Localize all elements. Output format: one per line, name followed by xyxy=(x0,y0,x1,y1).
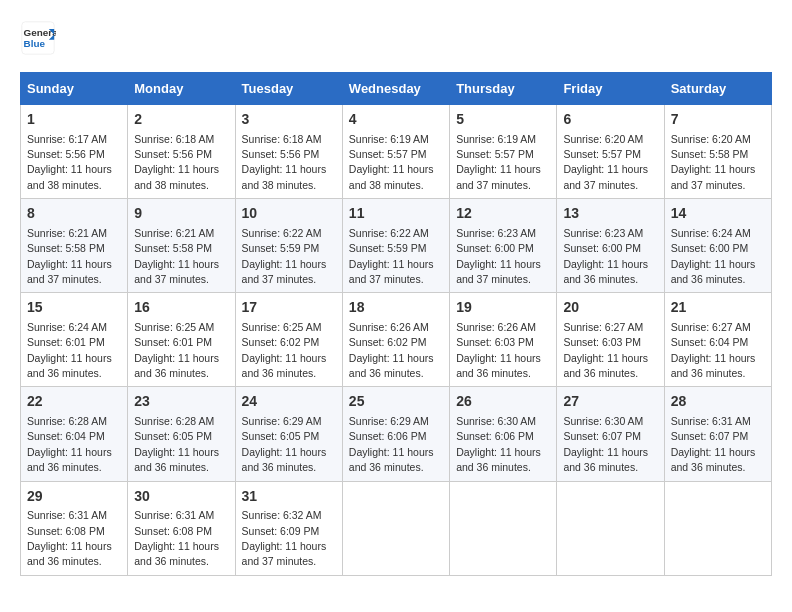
calendar-cell: 4Sunrise: 6:19 AMSunset: 5:57 PMDaylight… xyxy=(342,105,449,199)
calendar-cell: 14Sunrise: 6:24 AMSunset: 6:00 PMDayligh… xyxy=(664,199,771,293)
day-number: 23 xyxy=(134,392,228,412)
calendar-cell: 26Sunrise: 6:30 AMSunset: 6:06 PMDayligh… xyxy=(450,387,557,481)
day-detail: Sunrise: 6:29 AMSunset: 6:06 PMDaylight:… xyxy=(349,415,434,473)
calendar-cell: 15Sunrise: 6:24 AMSunset: 6:01 PMDayligh… xyxy=(21,293,128,387)
calendar-cell: 18Sunrise: 6:26 AMSunset: 6:02 PMDayligh… xyxy=(342,293,449,387)
col-header-monday: Monday xyxy=(128,73,235,105)
day-detail: Sunrise: 6:23 AMSunset: 6:00 PMDaylight:… xyxy=(563,227,648,285)
calendar-cell: 6Sunrise: 6:20 AMSunset: 5:57 PMDaylight… xyxy=(557,105,664,199)
day-number: 3 xyxy=(242,110,336,130)
day-detail: Sunrise: 6:18 AMSunset: 5:56 PMDaylight:… xyxy=(242,133,327,191)
col-header-wednesday: Wednesday xyxy=(342,73,449,105)
day-detail: Sunrise: 6:21 AMSunset: 5:58 PMDaylight:… xyxy=(134,227,219,285)
col-header-sunday: Sunday xyxy=(21,73,128,105)
calendar-cell: 3Sunrise: 6:18 AMSunset: 5:56 PMDaylight… xyxy=(235,105,342,199)
calendar-cell: 8Sunrise: 6:21 AMSunset: 5:58 PMDaylight… xyxy=(21,199,128,293)
day-detail: Sunrise: 6:22 AMSunset: 5:59 PMDaylight:… xyxy=(242,227,327,285)
calendar-cell xyxy=(342,481,449,575)
calendar-cell: 21Sunrise: 6:27 AMSunset: 6:04 PMDayligh… xyxy=(664,293,771,387)
day-detail: Sunrise: 6:19 AMSunset: 5:57 PMDaylight:… xyxy=(349,133,434,191)
calendar-cell: 31Sunrise: 6:32 AMSunset: 6:09 PMDayligh… xyxy=(235,481,342,575)
col-header-friday: Friday xyxy=(557,73,664,105)
day-detail: Sunrise: 6:19 AMSunset: 5:57 PMDaylight:… xyxy=(456,133,541,191)
calendar-cell: 30Sunrise: 6:31 AMSunset: 6:08 PMDayligh… xyxy=(128,481,235,575)
calendar-cell xyxy=(557,481,664,575)
day-number: 4 xyxy=(349,110,443,130)
svg-text:Blue: Blue xyxy=(24,38,46,49)
day-number: 9 xyxy=(134,204,228,224)
calendar-cell: 1Sunrise: 6:17 AMSunset: 5:56 PMDaylight… xyxy=(21,105,128,199)
week-row-3: 15Sunrise: 6:24 AMSunset: 6:01 PMDayligh… xyxy=(21,293,772,387)
calendar-cell: 10Sunrise: 6:22 AMSunset: 5:59 PMDayligh… xyxy=(235,199,342,293)
calendar-cell: 28Sunrise: 6:31 AMSunset: 6:07 PMDayligh… xyxy=(664,387,771,481)
day-number: 21 xyxy=(671,298,765,318)
calendar-cell: 11Sunrise: 6:22 AMSunset: 5:59 PMDayligh… xyxy=(342,199,449,293)
day-detail: Sunrise: 6:32 AMSunset: 6:09 PMDaylight:… xyxy=(242,509,327,567)
day-detail: Sunrise: 6:31 AMSunset: 6:08 PMDaylight:… xyxy=(134,509,219,567)
day-number: 14 xyxy=(671,204,765,224)
calendar-cell xyxy=(664,481,771,575)
calendar-header-row: SundayMondayTuesdayWednesdayThursdayFrid… xyxy=(21,73,772,105)
day-number: 15 xyxy=(27,298,121,318)
day-number: 5 xyxy=(456,110,550,130)
calendar-cell: 27Sunrise: 6:30 AMSunset: 6:07 PMDayligh… xyxy=(557,387,664,481)
day-detail: Sunrise: 6:17 AMSunset: 5:56 PMDaylight:… xyxy=(27,133,112,191)
day-number: 1 xyxy=(27,110,121,130)
day-number: 29 xyxy=(27,487,121,507)
day-number: 28 xyxy=(671,392,765,412)
day-number: 27 xyxy=(563,392,657,412)
calendar-cell: 20Sunrise: 6:27 AMSunset: 6:03 PMDayligh… xyxy=(557,293,664,387)
day-number: 16 xyxy=(134,298,228,318)
calendar-cell: 19Sunrise: 6:26 AMSunset: 6:03 PMDayligh… xyxy=(450,293,557,387)
col-header-tuesday: Tuesday xyxy=(235,73,342,105)
day-detail: Sunrise: 6:20 AMSunset: 5:58 PMDaylight:… xyxy=(671,133,756,191)
day-detail: Sunrise: 6:24 AMSunset: 6:01 PMDaylight:… xyxy=(27,321,112,379)
day-number: 19 xyxy=(456,298,550,318)
day-detail: Sunrise: 6:30 AMSunset: 6:07 PMDaylight:… xyxy=(563,415,648,473)
day-number: 7 xyxy=(671,110,765,130)
calendar-cell: 12Sunrise: 6:23 AMSunset: 6:00 PMDayligh… xyxy=(450,199,557,293)
page-header: General Blue xyxy=(20,20,772,56)
day-detail: Sunrise: 6:23 AMSunset: 6:00 PMDaylight:… xyxy=(456,227,541,285)
day-detail: Sunrise: 6:26 AMSunset: 6:03 PMDaylight:… xyxy=(456,321,541,379)
week-row-2: 8Sunrise: 6:21 AMSunset: 5:58 PMDaylight… xyxy=(21,199,772,293)
day-number: 18 xyxy=(349,298,443,318)
day-number: 24 xyxy=(242,392,336,412)
day-detail: Sunrise: 6:20 AMSunset: 5:57 PMDaylight:… xyxy=(563,133,648,191)
calendar-cell: 22Sunrise: 6:28 AMSunset: 6:04 PMDayligh… xyxy=(21,387,128,481)
day-detail: Sunrise: 6:18 AMSunset: 5:56 PMDaylight:… xyxy=(134,133,219,191)
calendar-cell: 9Sunrise: 6:21 AMSunset: 5:58 PMDaylight… xyxy=(128,199,235,293)
day-detail: Sunrise: 6:26 AMSunset: 6:02 PMDaylight:… xyxy=(349,321,434,379)
day-detail: Sunrise: 6:28 AMSunset: 6:04 PMDaylight:… xyxy=(27,415,112,473)
col-header-thursday: Thursday xyxy=(450,73,557,105)
week-row-5: 29Sunrise: 6:31 AMSunset: 6:08 PMDayligh… xyxy=(21,481,772,575)
day-detail: Sunrise: 6:25 AMSunset: 6:02 PMDaylight:… xyxy=(242,321,327,379)
calendar-cell: 13Sunrise: 6:23 AMSunset: 6:00 PMDayligh… xyxy=(557,199,664,293)
day-number: 25 xyxy=(349,392,443,412)
calendar-body: 1Sunrise: 6:17 AMSunset: 5:56 PMDaylight… xyxy=(21,105,772,576)
day-detail: Sunrise: 6:22 AMSunset: 5:59 PMDaylight:… xyxy=(349,227,434,285)
day-number: 6 xyxy=(563,110,657,130)
col-header-saturday: Saturday xyxy=(664,73,771,105)
calendar-cell: 29Sunrise: 6:31 AMSunset: 6:08 PMDayligh… xyxy=(21,481,128,575)
day-detail: Sunrise: 6:28 AMSunset: 6:05 PMDaylight:… xyxy=(134,415,219,473)
calendar-cell: 7Sunrise: 6:20 AMSunset: 5:58 PMDaylight… xyxy=(664,105,771,199)
day-number: 26 xyxy=(456,392,550,412)
day-number: 20 xyxy=(563,298,657,318)
calendar-cell: 25Sunrise: 6:29 AMSunset: 6:06 PMDayligh… xyxy=(342,387,449,481)
day-number: 31 xyxy=(242,487,336,507)
day-number: 10 xyxy=(242,204,336,224)
day-number: 8 xyxy=(27,204,121,224)
calendar-cell xyxy=(450,481,557,575)
logo: General Blue xyxy=(20,20,62,56)
day-detail: Sunrise: 6:24 AMSunset: 6:00 PMDaylight:… xyxy=(671,227,756,285)
day-number: 13 xyxy=(563,204,657,224)
day-number: 12 xyxy=(456,204,550,224)
logo-icon: General Blue xyxy=(20,20,56,56)
calendar-cell: 23Sunrise: 6:28 AMSunset: 6:05 PMDayligh… xyxy=(128,387,235,481)
day-number: 2 xyxy=(134,110,228,130)
svg-text:General: General xyxy=(24,27,56,38)
week-row-4: 22Sunrise: 6:28 AMSunset: 6:04 PMDayligh… xyxy=(21,387,772,481)
calendar-cell: 17Sunrise: 6:25 AMSunset: 6:02 PMDayligh… xyxy=(235,293,342,387)
day-number: 22 xyxy=(27,392,121,412)
